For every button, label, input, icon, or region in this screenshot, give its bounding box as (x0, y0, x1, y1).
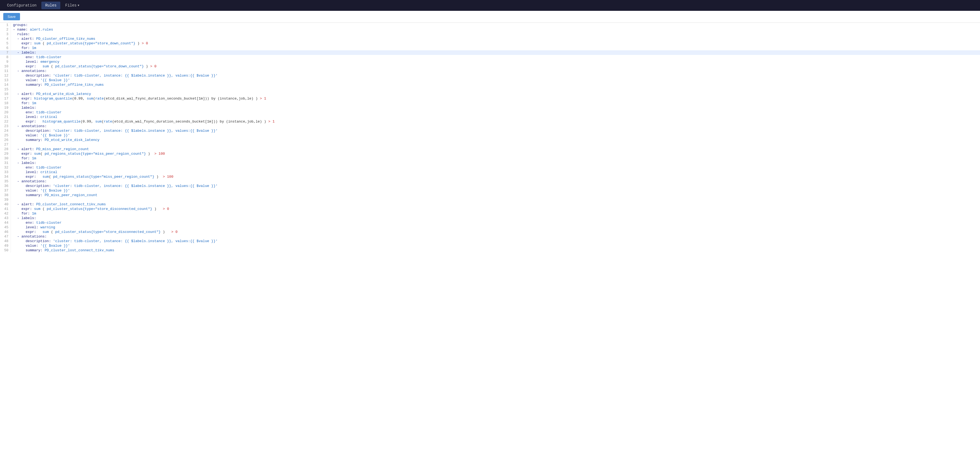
save-button[interactable]: Save (3, 13, 20, 20)
line-content[interactable]: description: 'cluster: tidb-cluster, ins… (11, 73, 980, 78)
line-content[interactable]: level: emergency (11, 59, 980, 64)
line-content[interactable]: env: tidb-cluster (11, 110, 980, 115)
table-row: 4 - alert: PD_cluster_offline_tikv_nums (0, 37, 980, 41)
table-row: 27 (0, 142, 980, 147)
table-row: 31 - labels: (0, 161, 980, 165)
line-content[interactable]: expr: sum ( pd_cluster_status{type="stor… (11, 230, 980, 234)
table-row: 10 expr: sum ( pd_cluster_status{type="s… (0, 64, 980, 69)
line-number: 49 (0, 244, 11, 248)
line-content[interactable]: - name: alert.rules (11, 27, 980, 32)
line-content[interactable]: - annotations: (11, 124, 980, 129)
line-number: 7 (0, 50, 11, 55)
line-number: 27 (0, 142, 11, 147)
line-content[interactable]: - alert: PD_cluster_lost_connect_tikv_nu… (11, 202, 980, 207)
line-content[interactable]: - annotations: (11, 179, 980, 184)
table-row: 29 expr: sum( pd_regions_status{type="mi… (0, 151, 980, 156)
line-number: 13 (0, 78, 11, 83)
line-number: 37 (0, 188, 11, 193)
line-number: 9 (0, 59, 11, 64)
line-content[interactable]: groups: (11, 23, 980, 27)
line-content[interactable]: - annotations: (11, 234, 980, 239)
table-row: 38 summary: PD_miss_peer_region_count (0, 193, 980, 198)
table-row: 49 value: '{{ $value }}' (0, 244, 980, 248)
line-content[interactable]: expr: sum( pd_regions_status{type="miss_… (11, 174, 980, 179)
line-content[interactable]: value: '{{ $value }}' (11, 133, 980, 138)
table-row: 45 level: warning (0, 225, 980, 230)
table-row: 43 - labels: (0, 216, 980, 220)
line-content[interactable]: - labels: (11, 216, 980, 220)
line-content[interactable]: description: 'cluster: tidb-cluster, ins… (11, 239, 980, 244)
line-content[interactable]: for: 1m (11, 211, 980, 216)
line-number: 1 (0, 23, 11, 27)
editor-container[interactable]: 1 groups: 2 - name: alert.rules 3 rules:… (0, 23, 980, 475)
line-content[interactable]: level: critical (11, 115, 980, 119)
tab-files[interactable]: Files ▼ (61, 2, 83, 9)
line-number: 33 (0, 170, 11, 174)
table-row: 5 expr: sum ( pd_cluster_status{type="st… (0, 41, 980, 46)
line-content[interactable]: for: 1m (11, 101, 980, 105)
line-number: 8 (0, 55, 11, 59)
line-number: 14 (0, 83, 11, 87)
line-number: 44 (0, 220, 11, 225)
line-number: 2 (0, 27, 11, 32)
line-number: 45 (0, 225, 11, 230)
line-number: 12 (0, 73, 11, 78)
table-row: 42 for: 1m (0, 211, 980, 216)
line-number: 29 (0, 151, 11, 156)
line-content[interactable]: value: '{{ $value }}' (11, 244, 980, 248)
line-number: 48 (0, 239, 11, 244)
line-number: 23 (0, 124, 11, 129)
line-content[interactable]: expr: histogram_quantile(0.99, sum(rate(… (11, 119, 980, 124)
line-number: 31 (0, 161, 11, 165)
table-row: 12 description: 'cluster: tidb-cluster, … (0, 73, 980, 78)
table-row: 47 - annotations: (0, 234, 980, 239)
line-content[interactable]: description: 'cluster: tidb-cluster, ins… (11, 184, 980, 188)
table-row: 25 value: '{{ $value }}' (0, 133, 980, 138)
line-content[interactable]: level: critical (11, 170, 980, 174)
line-content[interactable]: level: warning (11, 225, 980, 230)
line-content[interactable]: value: '{{ $value }}' (11, 78, 980, 83)
line-content[interactable] (11, 142, 980, 147)
line-content[interactable]: summary: PD_cluster_lost_connect_tikv_nu… (11, 248, 980, 253)
line-content[interactable]: for: 1m (11, 156, 980, 161)
line-content[interactable]: expr: histogram_quantile(0.99, sum(rate(… (11, 96, 980, 101)
line-number: 10 (0, 64, 11, 69)
line-content[interactable]: - labels: (11, 50, 980, 55)
line-content[interactable]: env: tidb-cluster (11, 220, 980, 225)
table-row: 14 summary: PD_cluster_offline_tikv_nums (0, 83, 980, 87)
line-content[interactable]: labels: (11, 105, 980, 110)
editor-lines: 1 groups: 2 - name: alert.rules 3 rules:… (0, 23, 980, 253)
line-content[interactable]: description: 'cluster: tidb-cluster, ins… (11, 129, 980, 133)
line-content[interactable] (11, 198, 980, 202)
line-content[interactable]: for: 1m (11, 46, 980, 50)
line-number: 11 (0, 69, 11, 73)
table-row: 13 value: '{{ $value }}' (0, 78, 980, 83)
tab-configuration[interactable]: Configuration (3, 2, 40, 9)
table-row: 6 for: 1m (0, 46, 980, 50)
table-row: 46 expr: sum ( pd_cluster_status{type="s… (0, 230, 980, 234)
line-content[interactable]: summary: PD_miss_peer_region_count (11, 193, 980, 198)
table-row: 21 level: critical (0, 115, 980, 119)
line-content[interactable]: - annotations: (11, 69, 980, 73)
table-row: 19 labels: (0, 105, 980, 110)
line-content[interactable]: expr: sum ( pd_cluster_status{type="stor… (11, 207, 980, 211)
table-row: 40 - alert: PD_cluster_lost_connect_tikv… (0, 202, 980, 207)
line-content[interactable]: rules: (11, 32, 980, 37)
line-number: 15 (0, 87, 11, 92)
line-content[interactable]: expr: sum ( pd_cluster_status{type="stor… (11, 64, 980, 69)
line-content[interactable]: expr: sum ( pd_cluster_status{type="stor… (11, 41, 980, 46)
line-number: 24 (0, 129, 11, 133)
line-content[interactable]: - alert: PD_etcd_write_disk_latency (11, 92, 980, 96)
line-content[interactable]: - alert: PD_cluster_offline_tikv_nums (11, 37, 980, 41)
table-row: 39 (0, 198, 980, 202)
tab-rules[interactable]: Rules (41, 2, 60, 9)
line-content[interactable]: - alert: PD_miss_peer_region_count (11, 147, 980, 151)
line-content[interactable]: env: tidb-cluster (11, 165, 980, 170)
line-content[interactable]: summary: PD_etcd_write_disk_latency (11, 138, 980, 142)
line-content[interactable]: - labels: (11, 161, 980, 165)
line-content[interactable]: value: '{{ $value }}' (11, 188, 980, 193)
line-content[interactable] (11, 87, 980, 92)
line-content[interactable]: expr: sum( pd_regions_status{type="miss_… (11, 151, 980, 156)
line-content[interactable]: summary: PD_cluster_offline_tikv_nums (11, 83, 980, 87)
line-content[interactable]: env: tidb-cluster (11, 55, 980, 59)
